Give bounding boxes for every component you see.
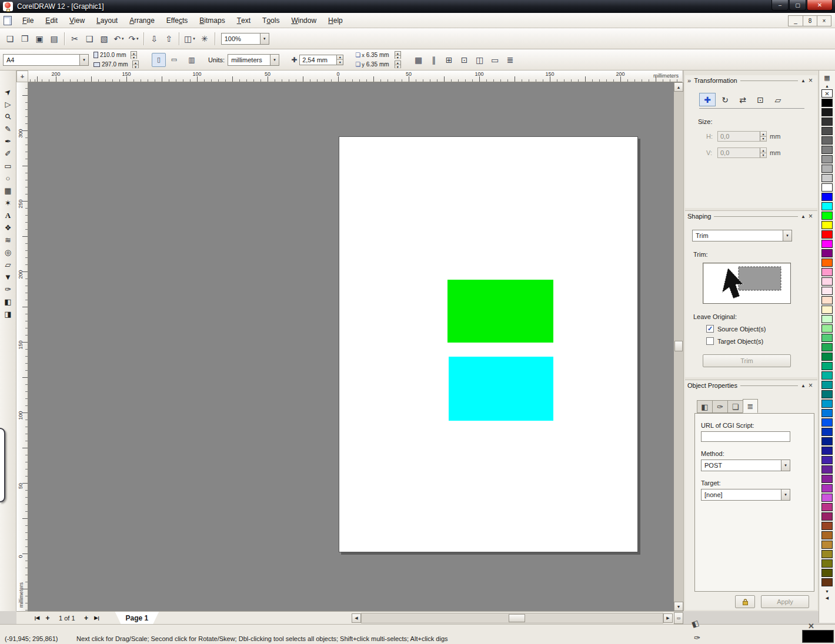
ellipse-tool[interactable]: ○ [1, 172, 15, 185]
pick-tool[interactable]: ➤ [1, 86, 15, 98]
color-swatch[interactable] [821, 146, 833, 154]
color-swatch[interactable] [821, 559, 833, 568]
collapse-icon[interactable]: ▲ [801, 214, 806, 219]
color-swatch[interactable] [821, 268, 833, 276]
color-swatch[interactable] [821, 550, 833, 558]
color-swatch[interactable] [821, 193, 833, 201]
freehand-tool[interactable]: ✎ [1, 123, 15, 135]
color-swatch[interactable] [821, 108, 833, 116]
new-document-button[interactable]: ❏ [3, 32, 17, 46]
horizontal-scrollbar[interactable]: ◀ ▶ [352, 613, 673, 623]
close-icon[interactable]: × [809, 76, 813, 85]
general-tab[interactable]: ❏ [727, 400, 743, 413]
page[interactable] [339, 136, 638, 552]
color-swatch[interactable] [821, 202, 833, 210]
duplicate-y-input[interactable]: 6.35 mm [366, 61, 395, 68]
color-swatch[interactable] [821, 306, 833, 314]
chevron-down-icon[interactable]: ▾ [79, 55, 88, 65]
duplicate-x-spinner[interactable]: ▴▾ [395, 51, 401, 59]
scroll-down-button[interactable]: ▼ [674, 602, 683, 611]
color-swatch[interactable] [821, 287, 833, 295]
color-swatch[interactable] [821, 230, 833, 239]
interactive-blend-tool[interactable]: ≋ [1, 234, 15, 246]
lock-button[interactable] [735, 595, 755, 608]
no-color-swatch[interactable]: ✕ [821, 89, 833, 98]
units-combobox[interactable]: millimeters ▾ [228, 54, 279, 66]
color-swatch[interactable] [821, 259, 833, 267]
close-icon[interactable]: × [809, 381, 813, 390]
color-swatch[interactable] [821, 221, 833, 229]
outline-tab[interactable]: ✑ [712, 400, 727, 413]
color-swatch[interactable] [821, 400, 833, 408]
interactive-fill-tool[interactable]: ◨ [1, 308, 15, 320]
collapse-icon[interactable]: ▲ [801, 383, 806, 388]
menu-window[interactable]: Window [285, 13, 322, 28]
document-close-button[interactable]: × [817, 16, 831, 26]
spin-down-icon[interactable]: ▾ [395, 55, 400, 59]
color-swatch[interactable] [821, 343, 833, 351]
undo-button[interactable]: ↶▾ [112, 32, 126, 46]
color-swatch[interactable] [821, 531, 833, 539]
skew-button[interactable]: ▱ [770, 93, 786, 106]
color-swatch[interactable] [821, 494, 833, 502]
shaping-mode-combobox[interactable]: Trim ▾ [692, 230, 792, 242]
spin-down-icon[interactable]: ▾ [760, 136, 766, 142]
color-swatch[interactable] [821, 296, 833, 304]
menu-view[interactable]: View [64, 13, 91, 28]
spin-down-icon[interactable]: ▾ [337, 59, 343, 65]
color-swatch[interactable] [821, 174, 833, 182]
color-swatch[interactable] [821, 456, 833, 464]
rotate-button[interactable]: ↻ [717, 93, 733, 106]
property-options-button[interactable]: ≣ [503, 53, 517, 67]
menu-layout[interactable]: Layout [91, 13, 123, 28]
url-input[interactable] [701, 431, 790, 442]
shape-tool[interactable]: ▷ [1, 98, 15, 110]
scroll-right-button[interactable]: ▶ [663, 613, 673, 623]
close-button[interactable]: ✕ [807, 0, 833, 11]
h-value-spinner[interactable]: ▴▾ [760, 132, 766, 141]
palette-scroll-down-button[interactable]: ▼ [823, 588, 832, 595]
spin-down-icon[interactable]: ▾ [131, 55, 136, 59]
chevron-down-icon[interactable]: ▾ [122, 36, 124, 41]
import-button[interactable]: ⇩ [147, 32, 161, 46]
cut-button[interactable]: ✂ [68, 32, 82, 46]
rectangle-tool[interactable]: ▭ [1, 160, 15, 172]
paper-height-input[interactable]: 297.0 mm [102, 61, 132, 68]
text-tool[interactable]: A [1, 209, 15, 222]
color-swatch[interactable] [821, 371, 833, 380]
color-swatch[interactable] [821, 315, 833, 323]
drawing-canvas[interactable] [28, 82, 674, 611]
maximize-button[interactable]: ▢ [789, 0, 806, 11]
chevron-down-icon[interactable]: ▾ [781, 460, 790, 471]
fill-tab[interactable]: ◧ [697, 400, 712, 413]
chevron-down-icon[interactable]: ▾ [136, 36, 139, 41]
paste-button[interactable]: ▧ [97, 32, 111, 46]
interactive-contour-tool[interactable]: ◎ [1, 246, 15, 259]
color-swatch[interactable] [821, 240, 833, 248]
color-swatch[interactable] [821, 155, 833, 163]
last-page-button[interactable]: ▶| [92, 613, 102, 623]
color-swatch[interactable] [821, 165, 833, 173]
source-objects-checkbox[interactable]: ✓ [706, 325, 714, 333]
internet-tab[interactable]: ≣ [743, 399, 758, 413]
chevron-down-icon[interactable]: ▾ [783, 230, 791, 241]
spin-down-icon[interactable]: ▾ [133, 65, 138, 69]
chevron-down-icon[interactable]: ▾ [270, 55, 279, 65]
apply-to-all-pages-button[interactable]: ▥ [185, 53, 199, 67]
color-swatch[interactable] [821, 503, 833, 511]
fill-tool[interactable]: ◧ [1, 296, 15, 308]
polygon-tool[interactable]: ✶ [1, 197, 15, 209]
vertical-ruler[interactable]: millimeters 300250200150100500 [16, 82, 28, 611]
chevron-down-icon[interactable]: ▾ [193, 36, 195, 41]
minimize-button[interactable]: – [771, 0, 789, 11]
paper-size-combobox[interactable]: A4 ▾ [3, 54, 89, 66]
duplicate-x-input[interactable]: 6.35 mm [366, 52, 395, 58]
corel-online-button[interactable]: ✳ [198, 32, 212, 46]
document-minimize-button[interactable]: _ [789, 16, 803, 26]
vertical-scroll-thumb[interactable] [674, 341, 683, 351]
target-objects-checkbox[interactable] [706, 337, 714, 345]
green-rectangle[interactable] [447, 280, 553, 343]
color-swatch[interactable] [821, 99, 833, 107]
add-page-before-button[interactable]: + [42, 613, 53, 623]
target-combobox[interactable]: [none] ▾ [701, 489, 790, 501]
